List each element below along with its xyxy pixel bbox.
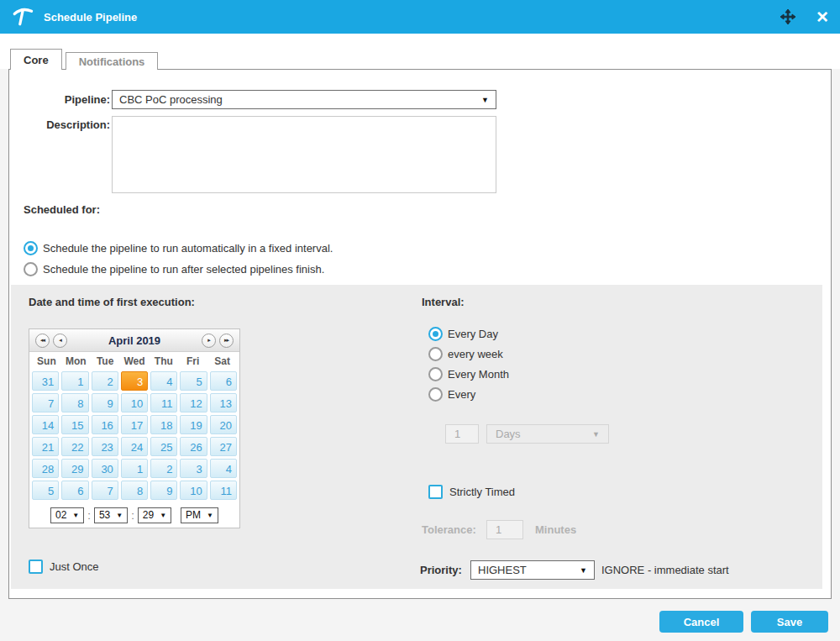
chevron-down-icon: ▼: [580, 566, 587, 575]
pipeline-select[interactable]: CBC PoC processing ▼: [112, 90, 496, 109]
calendar-day[interactable]: 3: [180, 459, 207, 478]
calendar-day[interactable]: 25: [150, 437, 177, 456]
tab-notifications[interactable]: Notifications: [66, 52, 159, 70]
calendar-day[interactable]: 30: [92, 459, 118, 478]
calendar-next-month-button[interactable]: ▸: [202, 334, 216, 348]
calendar-prev-month-button[interactable]: ◂: [53, 334, 67, 348]
calendar-day[interactable]: 17: [121, 415, 148, 434]
interval-label: Interval:: [422, 296, 465, 308]
calendar-day[interactable]: 5: [32, 481, 59, 500]
core-tab-panel: Pipeline: CBC PoC processing ▼ Descripti…: [8, 69, 832, 599]
chevron-down-icon: ▼: [207, 512, 213, 519]
calendar-day[interactable]: 29: [61, 459, 88, 478]
calendar-day[interactable]: 18: [150, 415, 177, 434]
radio-button-icon: [428, 367, 443, 381]
calendar-day[interactable]: 19: [180, 415, 207, 434]
datetime-label: Date and time of first execution:: [29, 296, 195, 308]
calendar-day[interactable]: 6: [61, 481, 88, 500]
calendar-day[interactable]: 4: [150, 371, 177, 391]
calendar-day[interactable]: 28: [32, 459, 59, 478]
move-dialog-icon[interactable]: [778, 7, 798, 27]
calendar-day[interactable]: 15: [61, 415, 88, 434]
radio-button-icon: [428, 327, 443, 341]
radio-button-icon: [428, 387, 443, 402]
radio-button-icon: [428, 347, 443, 361]
cancel-button[interactable]: Cancel: [659, 611, 743, 633]
pipeline-select-value: CBC PoC processing: [119, 93, 481, 106]
calendar-day[interactable]: 11: [210, 481, 237, 500]
calendar-day[interactable]: 9: [150, 481, 177, 500]
calendar-prev-year-button[interactable]: ◂◂: [35, 334, 50, 348]
chevron-down-icon: ▼: [72, 512, 79, 519]
tolerance-input: 1: [486, 520, 523, 539]
calendar-day[interactable]: 12: [180, 393, 207, 412]
interval-radio-every-week[interactable]: every week: [428, 347, 503, 361]
minute-select[interactable]: 53▼: [94, 507, 128, 523]
calendar: ◂◂ ◂ April 2019 ▸ ▸▸ Sun Mon Tue Wed Thu…: [29, 328, 240, 528]
calendar-day[interactable]: 20: [210, 415, 237, 434]
tab-core[interactable]: Core: [10, 49, 62, 70]
hour-select[interactable]: 02▼: [50, 507, 84, 523]
calendar-day[interactable]: 10: [180, 481, 207, 500]
calendar-day[interactable]: 23: [92, 437, 118, 456]
schedule-pipeline-dialog: Schedule Pipeline × Core Notifications P…: [0, 0, 840, 641]
dialog-titlebar: Schedule Pipeline ×: [0, 0, 840, 34]
close-icon[interactable]: ×: [816, 7, 828, 27]
calendar-day[interactable]: 10: [121, 393, 148, 412]
calendar-day[interactable]: 21: [32, 437, 59, 456]
calendar-day[interactable]: 2: [92, 371, 118, 391]
calendar-day[interactable]: 14: [32, 415, 59, 434]
calendar-day[interactable]: 9: [92, 393, 118, 412]
calendar-day[interactable]: 4: [210, 459, 237, 478]
radio-button-icon: [24, 262, 38, 276]
calendar-day[interactable]: 1: [61, 371, 88, 391]
calendar-day[interactable]: 24: [121, 437, 148, 456]
description-label: Description:: [9, 118, 110, 131]
calendar-day-selected[interactable]: 3: [121, 371, 148, 391]
calendar-day[interactable]: 2: [150, 459, 177, 478]
radio-fixed-interval[interactable]: Schedule the pipeline to run automatical…: [24, 241, 333, 255]
calendar-day[interactable]: 31: [32, 371, 59, 391]
calendar-day[interactable]: 13: [210, 393, 237, 412]
priority-select[interactable]: HIGHEST ▼: [470, 560, 595, 580]
calendar-header: ◂◂ ◂ April 2019 ▸ ▸▸: [29, 329, 239, 352]
just-once-checkbox[interactable]: Just Once: [29, 560, 99, 574]
ampm-select[interactable]: PM▼: [181, 507, 218, 523]
calendar-day[interactable]: 7: [92, 481, 118, 500]
calendar-day[interactable]: 16: [92, 415, 118, 434]
calendar-month-title: April 2019: [69, 334, 200, 347]
chevron-down-icon: ▼: [116, 512, 123, 519]
priority-note: IGNORE - immediate start: [601, 564, 729, 576]
calendar-day[interactable]: 8: [61, 393, 88, 412]
schedule-settings-section: Date and time of first execution: ◂◂ ◂ A…: [11, 285, 822, 589]
description-textarea[interactable]: [112, 116, 496, 193]
calendar-day[interactable]: 6: [210, 371, 237, 391]
interval-radio-every-day[interactable]: Every Day: [428, 327, 498, 341]
scheduled-for-label: Scheduled for:: [24, 203, 100, 216]
radio-after-pipelines[interactable]: Schedule the pipeline to run after selec…: [24, 262, 324, 276]
calendar-day[interactable]: 1: [121, 459, 148, 478]
calendar-day[interactable]: 5: [180, 371, 207, 391]
interval-count-input: 1: [445, 424, 479, 444]
calendar-weekday-row: Sun Mon Tue Wed Thu Fri Sat: [29, 352, 239, 369]
checkbox-icon: [428, 485, 443, 499]
chevron-down-icon: ▼: [481, 96, 489, 104]
pipeline-label: Pipeline:: [9, 93, 110, 106]
calendar-day[interactable]: 22: [61, 437, 88, 456]
save-button[interactable]: Save: [751, 611, 828, 633]
checkbox-icon: [29, 560, 43, 574]
interval-unit-select: Days ▼: [486, 424, 609, 444]
priority-label: Priority:: [420, 564, 462, 576]
calendar-day[interactable]: 7: [32, 393, 59, 412]
calendar-day[interactable]: 27: [210, 437, 237, 456]
calendar-day[interactable]: 8: [121, 481, 148, 500]
tolerance-unit-label: Minutes: [535, 523, 576, 536]
calendar-day[interactable]: 11: [150, 393, 177, 412]
calendar-grid: 31 1 2 3 4 5 6 7 8 9 10 11 12 13 14 15 1: [29, 369, 239, 502]
interval-radio-every-month[interactable]: Every Month: [428, 367, 509, 381]
second-select[interactable]: 29▼: [138, 507, 171, 523]
interval-radio-every-custom[interactable]: Every: [428, 387, 475, 402]
calendar-day[interactable]: 26: [180, 437, 207, 456]
strictly-timed-checkbox[interactable]: Strictly Timed: [428, 485, 515, 499]
calendar-next-year-button[interactable]: ▸▸: [219, 334, 234, 348]
